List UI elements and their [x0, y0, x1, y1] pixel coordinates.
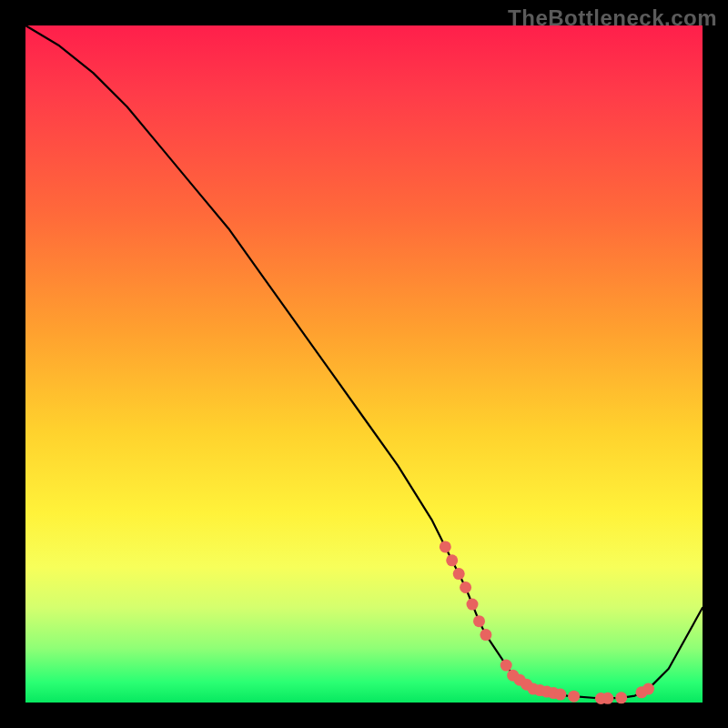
- bottleneck-curve: [25, 25, 703, 699]
- highlight-dot: [568, 691, 580, 703]
- highlight-dot: [602, 693, 613, 704]
- chart-frame: TheBottleneck.com: [0, 0, 728, 728]
- highlight-dot: [460, 581, 471, 593]
- highlight-dot: [473, 615, 485, 627]
- highlight-dot: [554, 689, 566, 701]
- highlight-dot: [446, 554, 458, 566]
- highlight-dots: [440, 541, 654, 704]
- curve-svg: [25, 25, 703, 703]
- highlight-dot: [453, 568, 465, 580]
- highlight-dot: [500, 660, 512, 672]
- highlight-dot: [467, 599, 479, 611]
- highlight-dot: [615, 692, 627, 703]
- plot-area: [25, 25, 703, 703]
- highlight-dot: [642, 683, 654, 695]
- highlight-dot: [440, 541, 451, 552]
- highlight-dot: [480, 629, 491, 641]
